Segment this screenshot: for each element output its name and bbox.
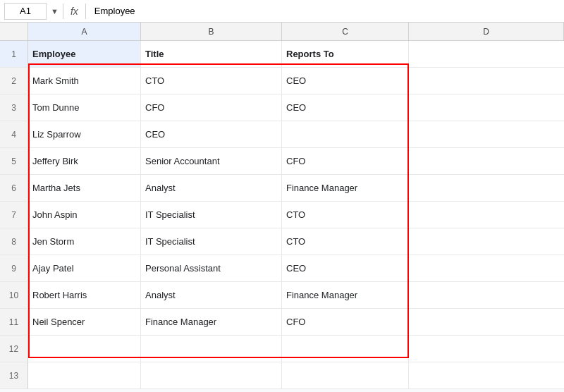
cell-D3[interactable]: [409, 94, 564, 121]
cell-C13[interactable]: [282, 362, 409, 389]
row-number-13[interactable]: 13: [0, 362, 28, 389]
cell-D8[interactable]: [409, 228, 564, 255]
table-row: 13: [0, 362, 564, 389]
dropdown-arrow-icon[interactable]: ▼: [51, 7, 59, 16]
row-number-7[interactable]: 7: [0, 202, 28, 228]
formula-bar-divider: [63, 4, 63, 19]
table-row: 12: [0, 336, 564, 362]
cell-C8[interactable]: CTO: [282, 228, 409, 255]
cell-D5[interactable]: [409, 148, 564, 175]
table-row: 11Neil SpencerFinance ManagerCFO: [0, 309, 564, 336]
row-number-6[interactable]: 6: [0, 175, 28, 202]
table-row: 9Ajay PatelPersonal AssistantCEO: [0, 255, 564, 282]
cell-C3[interactable]: CEO: [282, 94, 409, 121]
cell-A12[interactable]: [28, 336, 141, 362]
cell-A8[interactable]: Jen Storm: [28, 228, 141, 255]
cell-D6[interactable]: [409, 175, 564, 202]
cell-D1[interactable]: [409, 41, 564, 68]
row-number-1[interactable]: 1: [0, 41, 28, 68]
cell-B13[interactable]: [141, 362, 282, 389]
cell-B8[interactable]: IT Specialist: [141, 228, 282, 255]
cell-C11[interactable]: CFO: [282, 309, 409, 336]
cell-C5[interactable]: CFO: [282, 148, 409, 175]
cell-D13[interactable]: [409, 362, 564, 389]
table-row: 6Martha JetsAnalystFinance Manager: [0, 175, 564, 202]
cell-C1[interactable]: Reports To: [282, 41, 409, 68]
table-row: 8Jen StormIT SpecialistCTO: [0, 228, 564, 255]
col-header-d[interactable]: D: [409, 23, 564, 41]
row-number-8[interactable]: 8: [0, 228, 28, 255]
table-row: 5Jeffery BirkSenior AccountantCFO: [0, 148, 564, 175]
cell-ref-value: A1: [20, 6, 31, 16]
formula-bar-divider2: [85, 4, 86, 19]
cell-D11[interactable]: [409, 309, 564, 336]
row-number-2[interactable]: 2: [0, 68, 28, 94]
row-number-4[interactable]: 4: [0, 121, 28, 148]
cell-A11[interactable]: Neil Spencer: [28, 309, 141, 336]
cell-D2[interactable]: [409, 68, 564, 94]
col-header-b[interactable]: B: [141, 23, 282, 41]
cell-reference-box[interactable]: A1: [4, 3, 47, 20]
cell-A9[interactable]: Ajay Patel: [28, 255, 141, 282]
cell-A13[interactable]: [28, 362, 141, 389]
cell-C9[interactable]: CEO: [282, 255, 409, 282]
row-number-5[interactable]: 5: [0, 148, 28, 175]
table-row: 4Liz SparrowCEO: [0, 121, 564, 148]
cell-B3[interactable]: CFO: [141, 94, 282, 121]
cell-C7[interactable]: CTO: [282, 202, 409, 228]
rows-container: 1EmployeeTitleReports To2Mark SmithCTOCE…: [0, 41, 564, 389]
col-header-a[interactable]: A: [28, 23, 141, 41]
cell-D4[interactable]: [409, 121, 564, 148]
cell-A6[interactable]: Martha Jets: [28, 175, 141, 202]
row-num-header-corner: [0, 23, 28, 41]
table-row: 2Mark SmithCTOCEO: [0, 68, 564, 94]
col-header-c[interactable]: C: [282, 23, 409, 41]
cell-B2[interactable]: CTO: [141, 68, 282, 94]
table-row: 1EmployeeTitleReports To: [0, 41, 564, 68]
spreadsheet: A B C D 1EmployeeTitleReports To2Mark Sm…: [0, 23, 564, 389]
cell-C6[interactable]: Finance Manager: [282, 175, 409, 202]
row-number-10[interactable]: 10: [0, 282, 28, 309]
cell-A10[interactable]: Robert Harris: [28, 282, 141, 309]
cell-B1[interactable]: Title: [141, 41, 282, 68]
cell-A1[interactable]: Employee: [28, 41, 141, 68]
cell-A4[interactable]: Liz Sparrow: [28, 121, 141, 148]
cell-A3[interactable]: Tom Dunne: [28, 94, 141, 121]
cell-C10[interactable]: Finance Manager: [282, 282, 409, 309]
cell-B10[interactable]: Analyst: [141, 282, 282, 309]
cell-B9[interactable]: Personal Assistant: [141, 255, 282, 282]
row-number-9[interactable]: 9: [0, 255, 28, 282]
formula-input[interactable]: Employee: [90, 6, 560, 16]
cell-B4[interactable]: CEO: [141, 121, 282, 148]
table-row: 3Tom DunneCFOCEO: [0, 94, 564, 121]
column-headers-row: A B C D: [0, 23, 564, 41]
cell-D7[interactable]: [409, 202, 564, 228]
cell-C12[interactable]: [282, 336, 409, 362]
row-number-3[interactable]: 3: [0, 94, 28, 121]
table-row: 7John AspinIT SpecialistCTO: [0, 202, 564, 228]
cell-A7[interactable]: John Aspin: [28, 202, 141, 228]
cell-B6[interactable]: Analyst: [141, 175, 282, 202]
spreadsheet-wrapper: A B C D 1EmployeeTitleReports To2Mark Sm…: [0, 23, 564, 389]
cell-D10[interactable]: [409, 282, 564, 309]
cell-B12[interactable]: [141, 336, 282, 362]
cell-C4[interactable]: [282, 121, 409, 148]
cell-A5[interactable]: Jeffery Birk: [28, 148, 141, 175]
fx-icon: fx: [68, 6, 81, 17]
cell-B11[interactable]: Finance Manager: [141, 309, 282, 336]
row-number-12[interactable]: 12: [0, 336, 28, 362]
cell-B7[interactable]: IT Specialist: [141, 202, 282, 228]
cell-A2[interactable]: Mark Smith: [28, 68, 141, 94]
cell-C2[interactable]: CEO: [282, 68, 409, 94]
row-number-11[interactable]: 11: [0, 309, 28, 336]
cell-B5[interactable]: Senior Accountant: [141, 148, 282, 175]
cell-D12[interactable]: [409, 336, 564, 362]
cell-D9[interactable]: [409, 255, 564, 282]
formula-bar: A1 ▼ fx Employee: [0, 0, 564, 23]
table-row: 10Robert HarrisAnalystFinance Manager: [0, 282, 564, 309]
